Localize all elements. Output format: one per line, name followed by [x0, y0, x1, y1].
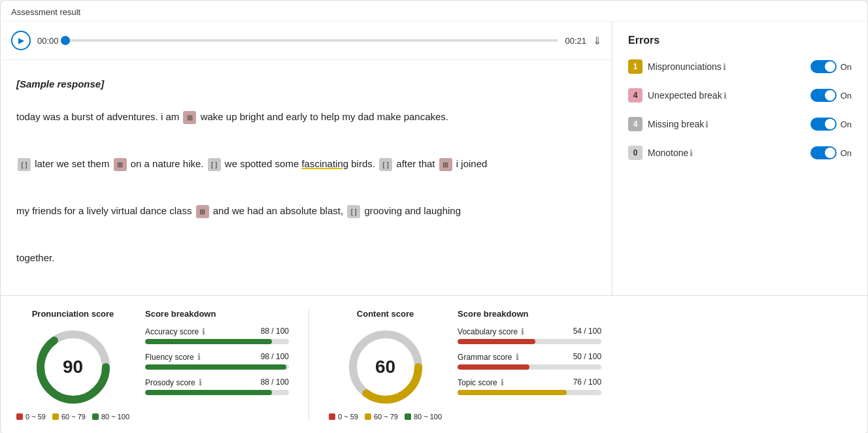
info-icon[interactable]: ℹ [723, 62, 726, 72]
content-score-title: Content score [357, 309, 414, 319]
toggle-switch[interactable] [810, 146, 837, 159]
pronunciation-breakdown: Score breakdown Accuracy score ℹ 88 / 10… [145, 309, 289, 403]
toggle-unexpected-break[interactable]: On [810, 89, 852, 102]
time-start: 00:00 [37, 36, 59, 46]
missing-break-marker: [ ] [208, 158, 221, 171]
vertical-divider [309, 309, 309, 421]
error-row-missing-break: 4 Missing breakℹ On [628, 117, 852, 131]
legend-label: 80 ~ 100 [414, 413, 442, 421]
text-word: together. [16, 252, 54, 263]
play-button[interactable]: ▶ [11, 31, 31, 50]
prosody-score-header: Prosody score ℹ 88 / 100 [145, 377, 289, 387]
topic-score-row: Topic score ℹ 76 / 100 [458, 377, 601, 395]
info-icon[interactable]: ℹ [690, 148, 693, 158]
text-word: and we had an absolute blast, [213, 205, 346, 216]
prosody-score-label: Prosody score ℹ [145, 377, 202, 387]
legend-item-red: 0 ~ 59 [329, 413, 358, 421]
progress-thumb [61, 36, 70, 45]
toggle-missing-break[interactable]: On [810, 118, 852, 131]
error-label-monotone: Monotoneℹ [648, 148, 805, 158]
toggle-switch[interactable] [810, 118, 837, 131]
toggle-mispronunciation[interactable]: On [810, 60, 852, 73]
error-label-missing-break: Missing breakℹ [648, 119, 805, 129]
legend-item-green: 80 ~ 100 [405, 413, 442, 421]
legend-label: 0 ~ 59 [25, 413, 46, 421]
info-icon[interactable]: ℹ [197, 352, 201, 362]
error-badge-mispronunciation: 1 [628, 59, 643, 74]
text-word: my friends for a lively virtual dance cl… [16, 205, 195, 216]
prosody-bar-fill [145, 390, 272, 395]
legend-item-yellow: 60 ~ 79 [365, 413, 398, 421]
grammar-score-label: Grammar score ℹ [458, 352, 519, 362]
audio-bar: ▶ 00:00 00:21 ⇓ [1, 22, 612, 60]
info-icon[interactable]: ℹ [501, 377, 504, 387]
legend-dot-yellow [52, 413, 59, 420]
toggle-label: On [841, 120, 852, 129]
accuracy-score-row: Accuracy score ℹ 88 / 100 [145, 327, 289, 344]
fluency-score-value: 98 / 100 [261, 352, 289, 362]
content-score-value: 60 [375, 357, 395, 377]
download-button[interactable]: ⇓ [593, 35, 601, 47]
legend-dot-red [329, 413, 335, 420]
grammar-bar-track [458, 364, 601, 370]
toggle-label: On [841, 91, 852, 101]
progress-track[interactable] [65, 39, 559, 42]
info-icon[interactable]: ℹ [202, 327, 205, 336]
legend-dot-green [92, 413, 99, 420]
grammar-score-value: 50 / 100 [573, 352, 601, 362]
legend-dot-green [405, 413, 411, 420]
vocabulary-score-row: Vocabulary score ℹ 54 / 100 [458, 327, 601, 344]
info-icon[interactable]: ℹ [516, 352, 519, 362]
toggle-switch[interactable] [810, 89, 837, 102]
text-word: grooving and laughing [364, 205, 461, 216]
top-section: ▶ 00:00 00:21 ⇓ [Sample response] today … [1, 22, 867, 296]
error-marker-red: ⊞ [183, 111, 196, 124]
accuracy-score-label: Accuracy score ℹ [145, 327, 205, 336]
transcript-text: today was a burst of adventures. i am ⊞ … [16, 105, 596, 270]
info-icon[interactable]: ℹ [521, 327, 524, 336]
error-badge-unexpected-break: 4 [628, 88, 643, 103]
toggle-switch[interactable] [810, 60, 837, 73]
content-breakdown: Score breakdown Vocabulary score ℹ 54 / … [458, 309, 601, 403]
info-icon[interactable]: ℹ [199, 377, 202, 387]
text-word: we spotted some [225, 158, 302, 169]
pronunciation-score-section: Pronunciation score 90 0 ~ 59 [16, 309, 289, 421]
legend-dot-red [16, 413, 23, 420]
toggle-label: On [841, 148, 852, 158]
error-row-monotone: 0 Monotoneℹ On [628, 146, 852, 160]
error-row-unexpected-break: 4 Unexpected breakℹ On [628, 88, 852, 103]
topic-score-header: Topic score ℹ 76 / 100 [458, 377, 601, 387]
fluency-bar-track [145, 364, 289, 370]
info-icon[interactable]: ℹ [705, 120, 709, 129]
legend-item-red: 0 ~ 59 [16, 413, 46, 421]
error-marker-red: ⊞ [439, 158, 452, 171]
pronunciation-score-circle: Pronunciation score 90 0 ~ 59 [16, 309, 129, 421]
pronunciation-legend: 0 ~ 59 60 ~ 79 80 ~ 100 [16, 413, 129, 421]
info-icon[interactable]: ℹ [724, 91, 727, 101]
transcript-area: [Sample response] today was a burst of a… [1, 60, 612, 295]
vocabulary-score-header: Vocabulary score ℹ 54 / 100 [458, 327, 601, 336]
page-title: Assessment result [1, 1, 867, 22]
topic-bar-fill [458, 390, 567, 395]
legend-item-yellow: 60 ~ 79 [52, 413, 86, 421]
highlighted-word: fascinating [301, 158, 348, 169]
error-label-mispronunciation: Mispronunciationsℹ [648, 61, 805, 72]
accuracy-bar-track [145, 339, 289, 344]
text-word: later we set them [35, 158, 112, 169]
errors-title: Errors [628, 35, 852, 46]
sample-label: [Sample response] [16, 73, 596, 95]
left-panel: ▶ 00:00 00:21 ⇓ [Sample response] today … [1, 22, 612, 295]
fluency-bar-fill [145, 364, 286, 370]
legend-label: 60 ~ 79 [61, 413, 86, 421]
content-breakdown-title: Score breakdown [458, 309, 601, 319]
toggle-monotone[interactable]: On [810, 146, 852, 159]
topic-score-value: 76 / 100 [573, 377, 601, 387]
pronunciation-score-value: 90 [63, 357, 83, 377]
missing-break-marker: [ ] [18, 158, 31, 171]
right-panel: Errors 1 Mispronunciationsℹ On 4 Unexpec… [612, 22, 867, 295]
error-badge-monotone: 0 [628, 146, 643, 160]
content-score-circle: Content score 60 0 ~ 59 [329, 309, 442, 421]
legend-label: 0 ~ 59 [338, 413, 358, 421]
accuracy-score-value: 88 / 100 [261, 327, 289, 336]
prosody-score-value: 88 / 100 [261, 377, 289, 387]
